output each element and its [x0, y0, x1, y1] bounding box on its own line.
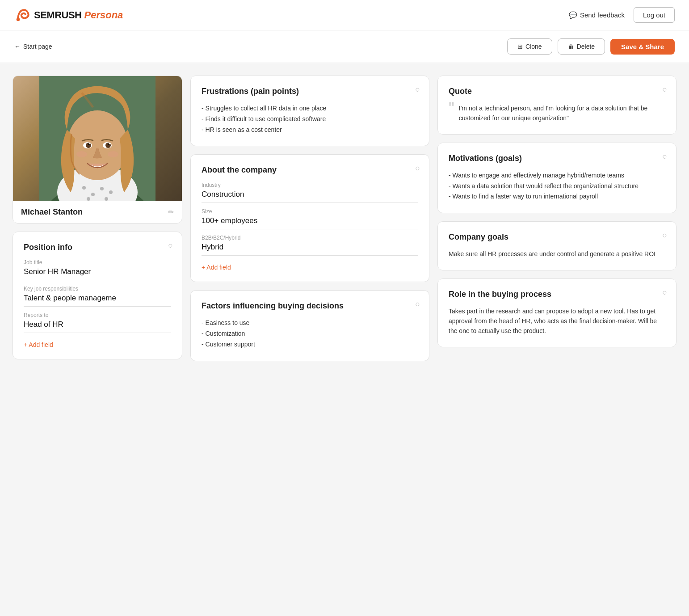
reports-to-label: Reports to: [24, 312, 171, 318]
frustration-item-2: - Finds it difficult to use complicated …: [202, 115, 326, 122]
hint-icon-motivations: ○: [662, 152, 667, 161]
hint-icon-factors: ○: [415, 300, 420, 309]
industry-label: Industry: [202, 182, 418, 188]
position-fields: Job title Senior HR Manager Key job resp…: [24, 259, 171, 333]
company-goals-card: ○ Company goals Make sure all HR process…: [437, 221, 676, 270]
profile-name-row: Michael Stanton ✏: [13, 201, 182, 223]
pencil-icon[interactable]: ✏: [168, 208, 174, 216]
frustrations-card: ○ Frustrations (pain points) - Struggles…: [190, 76, 429, 146]
clone-icon: ⊞: [517, 43, 523, 50]
factor-item-2: - Customization: [202, 330, 245, 337]
right-column: ○ Quote " I'm not a technical person, an…: [437, 76, 676, 347]
header-right: 💬 Send feedback Log out: [569, 7, 675, 23]
position-info-title: Position info: [24, 243, 171, 252]
header: SEMRUSH Persona 💬 Send feedback Log out: [0, 0, 689, 30]
b2b-label: B2B/B2C/Hybrid: [202, 235, 418, 241]
svg-point-6: [91, 193, 95, 196]
motivation-item-3: - Wants to find a faster way to run inte…: [449, 193, 598, 200]
logo-persona-text: Persona: [84, 9, 123, 21]
svg-point-10: [105, 197, 108, 201]
hint-icon-quote: ○: [662, 85, 667, 94]
company-goals-text: Make sure all HR processes are under con…: [449, 249, 665, 259]
b2b-value: Hybrid: [202, 243, 418, 256]
main-content: Michael Stanton ✏ ○ Position info Job ti…: [0, 63, 689, 374]
responsibilities-value: Talent & people manageme: [24, 294, 171, 307]
svg-point-5: [82, 186, 86, 190]
about-add-field-button[interactable]: + Add field: [202, 264, 231, 271]
toolbar-actions: ⊞ Clone 🗑 Delete Save & Share: [507, 38, 675, 55]
motivation-item-2: - Wants a data solution that would refle…: [449, 182, 639, 190]
hint-icon-about: ○: [415, 164, 420, 173]
motivation-item-1: - Wants to engage and effectively manage…: [449, 172, 624, 179]
svg-point-9: [87, 197, 90, 201]
factors-card: ○ Factors influencing buying decisions -…: [190, 290, 429, 361]
svg-point-21: [76, 151, 87, 157]
send-feedback-button[interactable]: 💬 Send feedback: [569, 11, 625, 19]
send-feedback-label: Send feedback: [580, 11, 625, 19]
role-card: ○ Role in the buying process Takes part …: [437, 278, 676, 347]
motivations-text: - Wants to engage and effectively manage…: [449, 170, 665, 202]
motivations-title: Motivations (goals): [449, 154, 665, 163]
start-page-label: Start page: [23, 43, 52, 50]
factors-title: Factors influencing buying decisions: [202, 301, 418, 311]
frustrations-title: Frustrations (pain points): [202, 87, 418, 96]
delete-button[interactable]: 🗑 Delete: [558, 38, 605, 55]
profile-card: Michael Stanton ✏: [13, 76, 182, 224]
about-company-title: About the company: [202, 165, 418, 175]
logo: SEMRUSH Persona: [14, 7, 123, 24]
hint-icon-position: ○: [168, 241, 173, 250]
company-goals-title: Company goals: [449, 232, 665, 242]
quote-card: ○ Quote " I'm not a technical person, an…: [437, 76, 676, 135]
position-add-field-button[interactable]: + Add field: [24, 341, 53, 348]
toolbar: ← Start page ⊞ Clone 🗑 Delete Save & Sha…: [0, 30, 689, 63]
clone-button[interactable]: ⊞ Clone: [507, 38, 552, 55]
profile-name: Michael Stanton: [21, 207, 83, 217]
start-page-button[interactable]: ← Start page: [14, 43, 52, 50]
job-title-value: Senior HR Manager: [24, 267, 171, 280]
hint-icon-frustrations: ○: [415, 85, 420, 94]
trash-icon: 🗑: [568, 43, 574, 50]
left-column: Michael Stanton ✏ ○ Position info Job ti…: [13, 76, 182, 359]
frustration-item-1: - Struggles to collect all HR data in on…: [202, 105, 326, 112]
size-label: Size: [202, 208, 418, 215]
factor-item-3: - Customer support: [202, 341, 255, 348]
factors-text: - Easiness to use - Customization - Cust…: [202, 318, 418, 350]
svg-point-20: [109, 143, 110, 144]
job-title-label: Job title: [24, 259, 171, 266]
size-value: 100+ employees: [202, 216, 418, 229]
about-company-fields: Industry Construction Size 100+ employee…: [202, 182, 418, 256]
hint-icon-role: ○: [662, 288, 667, 297]
frustrations-text: - Struggles to collect all HR data in on…: [202, 103, 418, 135]
logout-button[interactable]: Log out: [634, 7, 675, 23]
frustration-item-3: - HR is seen as a cost center: [202, 126, 282, 133]
role-text: Takes part in the research and can propo…: [449, 306, 665, 336]
position-info-card: ○ Position info Job title Senior HR Mana…: [13, 232, 182, 359]
logo-semrush-text: SEMRUSH: [34, 9, 82, 21]
quote-container: " I'm not a technical person, and I'm lo…: [449, 103, 665, 123]
motivations-card: ○ Motivations (goals) - Wants to engage …: [437, 143, 676, 213]
clone-label: Clone: [525, 43, 542, 50]
svg-point-7: [100, 187, 104, 190]
profile-portrait-svg: [39, 76, 155, 201]
arrow-left-icon: ←: [14, 43, 21, 50]
quote-mark-icon: ": [449, 101, 454, 117]
chat-icon: 💬: [569, 11, 577, 19]
save-share-button[interactable]: Save & Share: [610, 39, 675, 55]
svg-point-8: [109, 190, 113, 194]
semrush-logo-icon: [14, 7, 31, 24]
role-title: Role in the buying process: [449, 290, 665, 299]
profile-image: [13, 76, 182, 201]
svg-point-22: [108, 151, 118, 157]
svg-point-1: [17, 17, 20, 21]
reports-to-value: Head of HR: [24, 320, 171, 333]
hint-icon-company-goals: ○: [662, 231, 667, 240]
middle-column: ○ Frustrations (pain points) - Struggles…: [190, 76, 429, 361]
delete-label: Delete: [577, 43, 595, 50]
industry-value: Construction: [202, 190, 418, 203]
responsibilities-label: Key job responsibilities: [24, 286, 171, 292]
factor-item-1: - Easiness to use: [202, 319, 249, 326]
quote-title: Quote: [449, 87, 665, 96]
about-company-card: ○ About the company Industry Constructio…: [190, 154, 429, 282]
quote-text: I'm not a technical person, and I'm look…: [459, 103, 665, 123]
svg-point-19: [89, 143, 91, 144]
